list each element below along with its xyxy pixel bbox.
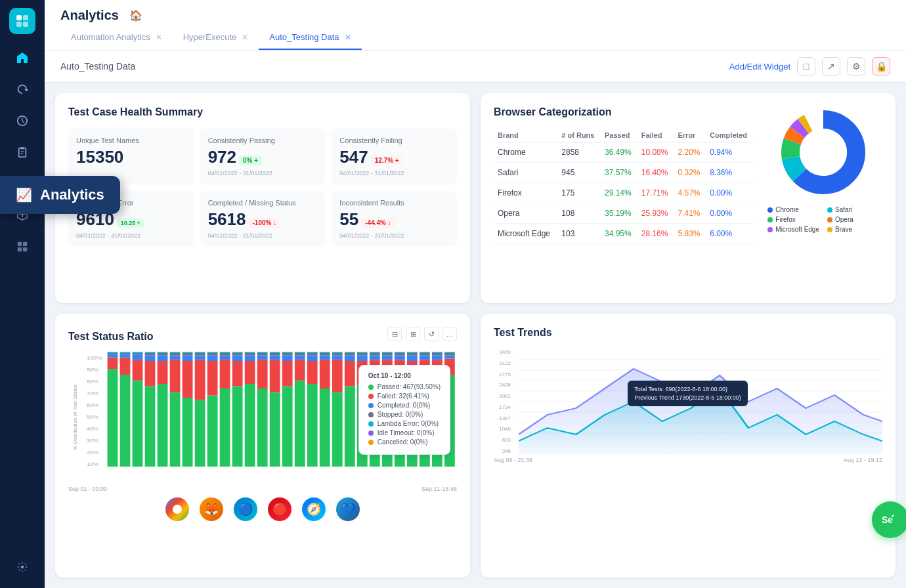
svg-rect-129 [345,355,355,361]
svg-rect-11 [23,242,27,246]
completed-missing-item: Completed / Missing Status 5618 -100% ↓ … [200,191,326,247]
svg-rect-74 [207,355,218,361]
safari-icon: 🧭 [302,497,326,521]
consistently-error-badge: 10.25 + [117,219,144,228]
svg-rect-96 [257,352,268,353]
widget-action-lock[interactable]: 🔒 [872,57,890,75]
tab-auto-testing-data[interactable]: Auto_Testing Data ✕ [259,26,361,50]
widget-action-share[interactable]: ↗ [822,57,840,75]
svg-rect-72 [207,396,218,467]
inconsistent-results-item: Inconsistent Results 55 -44.4% ↓ 04/01/2… [332,191,457,247]
svg-rect-6 [20,147,24,150]
legend-opera: Opera [827,216,879,223]
widget-action-settings[interactable]: ⚙ [847,57,865,75]
consistently-failing-item: Consistently Failing 547 12.7% + 04/01/2… [332,129,457,184]
tooltip-item: Cancelled: 0(0%) [368,438,441,446]
chart-ctrl-2[interactable]: ⊞ [406,327,420,341]
svg-rect-128 [345,361,355,387]
home-icon[interactable]: 🏠 [129,9,142,22]
subheader-title: Auto_Testing Data [60,61,135,72]
svg-rect-93 [257,360,268,388]
sidebar [0,0,45,588]
sidebar-item-refresh[interactable] [9,76,35,102]
svg-rect-12 [18,247,22,251]
svg-rect-135 [357,353,368,356]
sidebar-item-clipboard[interactable] [9,139,35,165]
consistently-passing-badge: 0% + [239,156,262,165]
table-row: Chrome 2858 36.49% 10.08% 2.20% 0.94% [494,142,754,163]
svg-rect-54 [158,355,168,361]
test-trends-title: Test Trends [494,327,882,339]
svg-rect-0 [16,15,22,20]
consistently-error-date: 04/01/2022 - 31/01/2022 [76,232,186,239]
inconsistent-results-date: 04/01/2022 - 31/01/2022 [339,232,449,239]
tab-hyperexecute[interactable]: HyperExecute ✕ [173,26,259,50]
svg-rect-122 [332,392,343,467]
svg-rect-13 [23,247,27,251]
tab-close-hyperexecute[interactable]: ✕ [242,33,248,42]
svg-rect-80 [220,353,230,356]
chart-ctrl-4[interactable]: … [442,327,457,341]
tabs-row: Automation Analytics ✕ HyperExecute ✕ Au… [60,26,890,50]
svg-rect-131 [345,352,355,353]
svg-rect-82 [232,387,243,467]
tooltip-item: Passed: 467(93.50%) [368,383,441,390]
trends-x-labels: Aug 06 - 21:36 Aug 12 - 19:12 [494,457,882,463]
consistently-passing-value: 972 0% + [208,147,318,167]
svg-rect-89 [245,355,255,361]
svg-rect-71 [195,352,205,353]
consistently-passing-date: 04/01/2022 - 31/01/2022 [208,170,318,177]
svg-rect-48 [145,361,156,387]
svg-rect-3 [23,22,28,27]
svg-rect-165 [432,353,442,356]
svg-rect-57 [170,392,181,467]
sidebar-item-clock[interactable] [9,108,35,134]
svg-rect-52 [158,384,168,467]
sidebar-item-grid[interactable] [9,234,35,260]
svg-rect-121 [320,352,330,353]
consistently-passing-label: Consistently Passing [208,136,318,144]
svg-rect-115 [307,353,318,356]
svg-rect-83 [232,361,243,387]
svg-rect-154 [407,355,418,361]
svg-rect-140 [370,353,380,356]
svg-rect-51 [145,352,156,353]
svg-rect-53 [158,361,168,384]
consistently-failing-badge: 12.7% + [371,156,403,165]
tab-close-automation[interactable]: ✕ [156,33,162,42]
svg-text:50%: 50% [87,413,98,419]
content-grid: Test Case Health Summary Unique Test Nam… [45,83,906,588]
svg-rect-130 [345,353,355,356]
add-edit-button[interactable]: Add/Edit Widget [729,62,790,72]
selenium-badge: Se [872,501,906,538]
widget-action-square[interactable]: □ [797,57,815,75]
ie-icon: 💙 [336,497,360,521]
col-runs: # of Runs [557,129,601,142]
svg-rect-104 [282,355,293,361]
svg-rect-151 [395,352,405,353]
svg-rect-2 [16,22,22,27]
consistently-failing-date: 04/01/2022 - 31/01/2022 [339,170,449,177]
svg-rect-88 [245,361,255,384]
sidebar-logo[interactable] [9,8,35,34]
svg-rect-166 [432,352,442,353]
analytics-label: Analytics [40,186,104,203]
analytics-tooltip: 📈 Analytics [0,176,120,214]
browser-cat-title: Browser Categorization [494,106,754,118]
unique-tests-value: 15350 [76,147,186,167]
svg-rect-78 [220,360,230,388]
svg-rect-64 [183,355,193,361]
svg-rect-111 [295,352,305,353]
tab-automation-analytics[interactable]: Automation Analytics ✕ [60,26,173,50]
tooltip-item: Stopped: 0(0%) [368,411,441,418]
svg-rect-77 [220,388,230,467]
svg-rect-38 [120,358,131,375]
svg-rect-98 [270,360,280,392]
tab-close-auto-testing[interactable]: ✕ [345,33,351,42]
chart-ctrl-1[interactable]: ⊟ [387,327,402,341]
svg-text:60%: 60% [87,402,98,408]
chart-ctrl-3[interactable]: ↺ [424,327,439,341]
sidebar-item-home[interactable] [9,45,35,71]
sidebar-item-settings[interactable] [9,554,35,580]
svg-rect-150 [395,353,405,356]
